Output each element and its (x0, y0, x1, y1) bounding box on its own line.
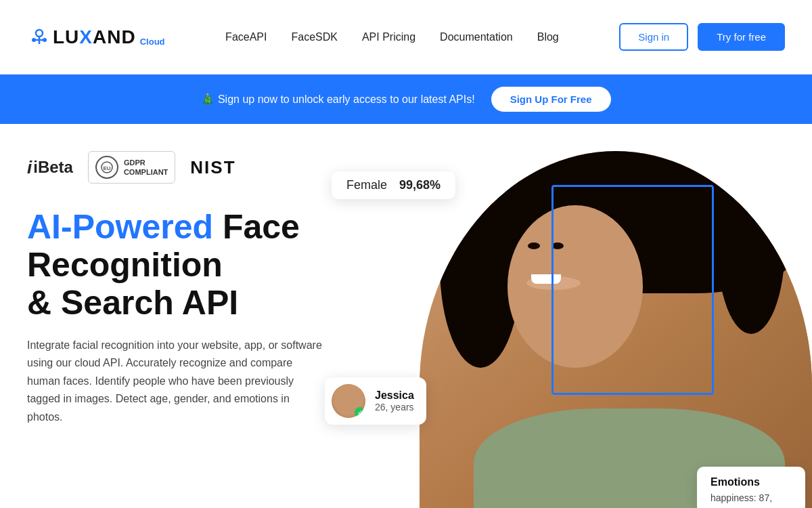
trust-badges: i iBeta EU GDPR COMPLIANT NIST (27, 151, 359, 184)
signin-button[interactable]: Sign in (619, 23, 688, 51)
nist-badge: NIST (190, 157, 235, 178)
svg-point-4 (43, 38, 47, 42)
nav-blog[interactable]: Blog (537, 31, 559, 43)
gdpr-line1: GDPR (124, 158, 168, 167)
face-detection-box (551, 185, 714, 395)
hero-title: AI-Powered FaceRecognition& Search API (27, 208, 359, 322)
gdpr-line2: COMPLIANT (124, 167, 168, 177)
logo-icon (27, 25, 51, 49)
signup-free-button[interactable]: Sign Up For Free (491, 87, 611, 112)
nav-facesdk[interactable]: FaceSDK (291, 31, 337, 43)
person-card: ✓ Jessica 26, years (325, 377, 426, 425)
promo-banner: 🎄 Sign up now to unlock early access to … (0, 75, 812, 124)
right-column: Female 99,68% ✓ Jessica 26, years Emotio… (359, 151, 785, 508)
logo-sub: Cloud (140, 37, 165, 47)
svg-point-3 (32, 38, 36, 42)
nav-documentation[interactable]: Documentation (440, 31, 513, 43)
hero-description: Integrate facial recognition into your w… (27, 337, 325, 426)
emotions-card: Emotions happiness: 87, (697, 467, 805, 508)
main-content: i iBeta EU GDPR COMPLIANT NIST AI-Powe (0, 124, 812, 508)
check-icon: ✓ (355, 407, 365, 418)
nav-actions: Sign in Try for free (619, 23, 785, 51)
nav-links: FaceAPI FaceSDK API Pricing Documentatio… (225, 31, 559, 43)
person-info: Jessica 26, years (375, 389, 414, 412)
try-free-button[interactable]: Try for free (698, 23, 785, 51)
gender-label-text: Female (346, 178, 387, 192)
person-name: Jessica (375, 389, 414, 402)
nav-api-pricing[interactable]: API Pricing (362, 31, 415, 43)
emotions-data: happiness: 87, (710, 492, 792, 503)
ibeta-badge: i iBeta (27, 157, 73, 178)
avatar: ✓ (332, 384, 365, 418)
logo-text: LUXAND (53, 26, 136, 48)
emotions-title: Emotions (710, 476, 792, 488)
gender-card: Female 99,68% (332, 171, 455, 199)
hero-title-blue: AI-Powered (27, 208, 213, 246)
gdpr-badge: EU GDPR COMPLIANT (88, 151, 175, 184)
banner-text: 🎄 Sign up now to unlock early access to … (201, 93, 474, 106)
person-age: 26, years (375, 402, 414, 412)
nav-faceapi[interactable]: FaceAPI (225, 31, 267, 43)
navbar: LUXAND Cloud FaceAPI FaceSDK API Pricing… (0, 0, 812, 75)
left-column: i iBeta EU GDPR COMPLIANT NIST AI-Powe (27, 151, 359, 508)
gdpr-icon: EU (95, 156, 118, 179)
svg-text:EU: EU (103, 165, 110, 171)
logo[interactable]: LUXAND Cloud (27, 25, 165, 49)
gender-confidence: 99,68% (399, 178, 441, 192)
svg-point-0 (36, 30, 43, 37)
